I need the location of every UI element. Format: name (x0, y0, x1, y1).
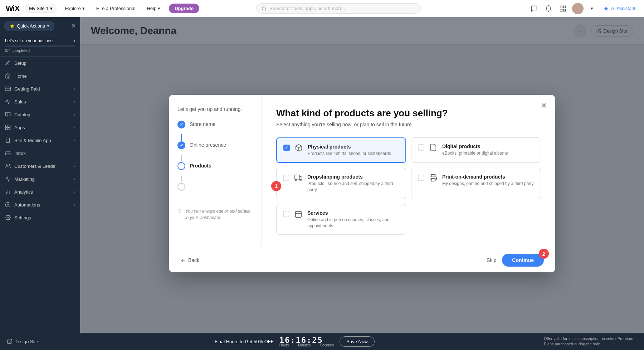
setup-title[interactable]: Let's set up your business › (5, 38, 75, 43)
digital-desc: eBooks, printable or digital albums (442, 150, 508, 156)
sidebar-item-sales[interactable]: Sales › (0, 95, 80, 108)
hire-professional[interactable]: Hire a Professional (93, 4, 138, 13)
step-4-indicator (177, 183, 185, 191)
product-option-physical[interactable]: ✓ Physical products Products like t-shir… (276, 137, 406, 163)
sidebar-item-apps[interactable]: Apps › (0, 121, 80, 134)
svg-rect-4 (560, 9, 562, 11)
step-connector-3 (181, 176, 182, 182)
sidebar-item-customers-leads[interactable]: Customers & Leads › (0, 160, 80, 172)
site-icon (5, 137, 11, 143)
save-now-button[interactable]: Save Now (340, 336, 374, 347)
continue-button[interactable]: Continue 2 (502, 254, 544, 267)
catalog-icon (5, 112, 11, 117)
wizard-hint-text: You can always edit or add details in yo… (185, 208, 253, 221)
quick-actions-button[interactable]: Quick Actions ▾ (4, 21, 54, 31)
svg-point-18 (7, 204, 9, 205)
svg-rect-25 (431, 179, 435, 181)
digital-checkbox[interactable] (418, 144, 424, 151)
sales-icon (5, 99, 11, 104)
skip-button[interactable]: Skip (487, 257, 496, 263)
explore-menu[interactable]: Explore ▾ (62, 4, 88, 13)
wizard-hint: You can always edit or add details in yo… (177, 202, 253, 221)
svg-rect-26 (296, 212, 302, 218)
step-1-label: Store name (190, 121, 215, 127)
svg-rect-9 (8, 125, 10, 127)
modal-sidebar: Let's get you up and running. Store name (169, 95, 262, 248)
site-selector-chevron: ▾ (50, 6, 53, 11)
product-option-dropshipping[interactable]: Dropshipping products Products I source … (276, 168, 406, 199)
svg-rect-3 (564, 9, 566, 11)
upgrade-button[interactable]: Upgrade (169, 4, 199, 13)
print-desc: My designs, printed and shipped by a thi… (442, 181, 533, 187)
back-arrow-icon (180, 257, 186, 263)
svg-point-23 (296, 179, 297, 181)
sidebar-item-setup[interactable]: Setup (0, 57, 80, 69)
avatar-chevron[interactable]: ▾ (588, 4, 596, 13)
analytics-icon (5, 189, 11, 195)
sidebar-item-inbox[interactable]: Inbox (0, 147, 80, 160)
lightbulb-icon (177, 208, 182, 214)
sidebar-item-home[interactable]: Home (0, 69, 80, 82)
apps-icon (5, 125, 11, 130)
progress-text: 0/4 completed (5, 48, 75, 53)
sidebar-item-site-mobile[interactable]: Site & Mobile App › (0, 134, 80, 147)
dropshipping-checkbox[interactable] (283, 175, 289, 181)
sidebar-item-analytics[interactable]: Analytics › (0, 185, 80, 198)
modal-sidebar-title: Let's get you up and running. (177, 106, 253, 112)
ai-assistant-button[interactable]: AI Assistant (600, 4, 638, 13)
chat-icon[interactable] (529, 4, 539, 14)
sales-chevron: › (74, 99, 75, 104)
digital-icon (429, 144, 437, 153)
top-navigation: WiX My Site 1 ▾ Explore ▾ Hire a Profess… (0, 0, 644, 17)
modal-close-button[interactable]: ✕ (538, 100, 550, 111)
inbox-icon (5, 150, 11, 156)
settings-icon (5, 215, 11, 220)
avatar[interactable] (572, 3, 584, 14)
bottom-bar: Design Site Final Hours to Get 50% OFF 1… (0, 333, 644, 350)
services-checkbox[interactable] (283, 211, 289, 217)
sidebar-item-getting-paid[interactable]: Getting Paid › (0, 82, 80, 95)
sidebar-item-automations[interactable]: Automations › (0, 198, 80, 211)
dropshipping-info: Dropshipping products Products I source … (307, 174, 399, 193)
bottom-design-site[interactable]: Design Site (0, 336, 45, 347)
star-icon (10, 24, 15, 29)
wix-logo: WiX (6, 4, 19, 13)
search-bar[interactable]: Search for tools, apps, help & more... (256, 3, 421, 14)
automations-icon (5, 202, 11, 208)
sidebar-top: Quick Actions ▾ ✕ (0, 17, 80, 34)
step-2-indicator (177, 141, 185, 149)
print-checkbox[interactable] (418, 175, 424, 181)
quick-actions-chevron: ▾ (47, 24, 49, 28)
services-info: Services Online and in person courses, c… (307, 210, 399, 229)
setup-section: Let's set up your business › 0/4 complet… (0, 34, 80, 57)
automations-chevron: › (74, 203, 75, 207)
svg-point-0 (262, 6, 265, 10)
setup-chevron: › (74, 38, 75, 43)
progress-bar-background (5, 45, 75, 47)
step-3-indicator (177, 162, 185, 170)
svg-marker-22 (300, 177, 302, 179)
product-option-digital[interactable]: Digital products eBooks, printable or di… (411, 137, 541, 163)
digital-title: Digital products (442, 144, 508, 149)
svg-rect-6 (5, 87, 11, 91)
sidebar-item-settings[interactable]: Settings (0, 211, 80, 224)
product-option-print[interactable]: Print-on-demand products My designs, pri… (411, 168, 541, 199)
physical-info: Physical products Products like t-shirts… (308, 144, 391, 157)
site-selector[interactable]: My Site 1 ▾ (25, 4, 56, 13)
offer-text: Final Hours to Get 50% OFF (215, 339, 274, 344)
sidebar-item-marketing[interactable]: Marketing › (0, 172, 80, 185)
physical-checkbox[interactable]: ✓ (283, 145, 290, 151)
grid-icon[interactable] (558, 4, 568, 14)
back-button[interactable]: Back (180, 257, 199, 263)
bottom-bar-right: Offer valid for initial subscription on … (544, 336, 644, 347)
sidebar-close-icon[interactable]: ✕ (71, 23, 76, 29)
product-option-services[interactable]: Services Online and in person courses, c… (276, 204, 406, 235)
physical-icon (295, 144, 303, 154)
sidebar-item-catalog[interactable]: Catalog › (0, 108, 80, 121)
physical-desc: Products like t-shirts, shoes, or skateb… (308, 151, 391, 157)
explore-chevron: ▾ (82, 6, 85, 11)
notifications-icon[interactable] (543, 4, 553, 14)
step-badge-1: 1 (271, 181, 281, 191)
help-menu[interactable]: Help ▾ (144, 4, 163, 13)
svg-marker-5 (10, 24, 14, 28)
